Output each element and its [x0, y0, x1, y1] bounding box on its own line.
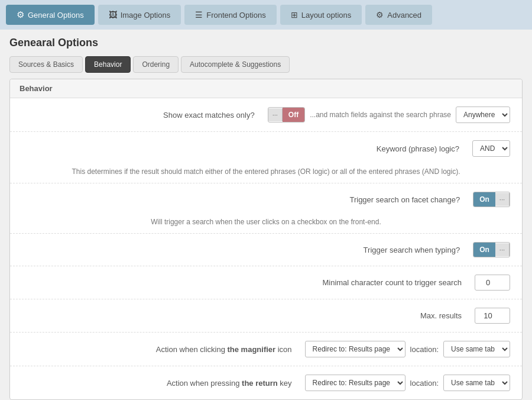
trigger-facet-on[interactable]: On	[473, 192, 495, 207]
magnifier-location-label: location:	[410, 345, 439, 354]
trigger-typing-on[interactable]: On	[473, 243, 495, 257]
max-results-label: Max. results	[22, 311, 469, 320]
layout-icon: ⊞	[291, 10, 298, 20]
return-location-label: location:	[410, 379, 439, 388]
exact-matches-extra: ...and match fields against the search p…	[310, 111, 451, 119]
trigger-facet-desc: Will trigger a search when the user clic…	[10, 215, 522, 234]
trigger-facet-label: Trigger search on facet change?	[22, 195, 467, 204]
row-min-chars: Minimal character count to trigger searc…	[10, 266, 522, 299]
row-magnifier-action: Action when clicking the magnifier icon …	[10, 333, 522, 366]
row-max-results: Max. results	[10, 299, 522, 333]
row-return-action: Action when pressing the return key Redi…	[10, 366, 522, 399]
magnifier-action-label: Action when clicking the magnifier icon	[22, 345, 299, 354]
keyword-logic-desc: This determines if the result should mat…	[10, 165, 522, 183]
min-chars-label: Minimal character count to trigger searc…	[22, 278, 469, 287]
sub-tab-sources[interactable]: Sources & Basics	[9, 56, 83, 73]
tab-layout-label: Layout options	[301, 11, 352, 20]
trigger-facet-row: Trigger search on facet change? On ···	[10, 183, 522, 215]
trigger-facet-dots[interactable]: ···	[495, 193, 510, 206]
trigger-facet-toggle[interactable]: On ···	[473, 192, 510, 207]
return-location-select[interactable]: Use same tab Open new tab	[443, 375, 510, 391]
sub-tab-autocomplete[interactable]: Autocomplete & Suggestions	[181, 56, 290, 73]
row-keyword-logic: Keyword (phrase) logic? AND OR This dete…	[10, 132, 522, 183]
tab-image-label: Image Options	[121, 11, 171, 20]
tab-advanced-label: Advanced	[387, 11, 421, 20]
gear-icon	[17, 9, 24, 20]
magnifier-location-select[interactable]: Use same tab Open new tab	[443, 341, 510, 357]
exact-matches-toggle[interactable]: ··· Off	[268, 107, 306, 122]
advanced-icon: ⚙	[376, 10, 384, 20]
tab-general[interactable]: General Options	[6, 5, 95, 25]
tab-general-label: General Options	[28, 11, 84, 20]
magnifier-action-control: Redirec to: Results page Open inline Ope…	[305, 341, 510, 357]
frontend-icon: ☰	[195, 10, 203, 20]
trigger-typing-toggle[interactable]: On ···	[473, 242, 510, 257]
magnifier-action-select[interactable]: Redirec to: Results page Open inline Ope…	[305, 341, 406, 357]
keyword-logic-control: AND OR	[472, 140, 510, 157]
max-results-control	[475, 308, 510, 324]
return-action-control: Redirec to: Results page Open inline Ope…	[305, 375, 510, 391]
image-icon: 🖼	[109, 10, 117, 20]
tab-image[interactable]: 🖼 Image Options	[98, 5, 181, 25]
section-title: Behavior	[10, 79, 522, 98]
keyword-logic-select[interactable]: AND OR	[472, 140, 510, 157]
min-chars-control	[475, 275, 510, 291]
top-navigation: General Options 🖼 Image Options ☰ Fronte…	[0, 0, 532, 30]
keyword-logic-label: Keyword (phrase) logic?	[22, 144, 466, 153]
sub-tabs: Sources & Basics Behavior Ordering Autoc…	[0, 54, 532, 79]
page-title: Genearal Options	[0, 30, 532, 54]
tab-frontend[interactable]: ☰ Frontend Options	[184, 5, 276, 25]
tab-layout[interactable]: ⊞ Layout options	[280, 5, 362, 25]
max-results-input[interactable]	[475, 308, 510, 324]
tab-advanced[interactable]: ⚙ Advanced	[365, 5, 432, 25]
exact-matches-select[interactable]: Anywhere Beginning End	[456, 107, 510, 123]
return-action-select[interactable]: Redirec to: Results page Open inline Ope…	[305, 375, 406, 391]
content-area: Behavior Show exact matches only? ··· Of…	[9, 79, 523, 400]
exact-matches-control: ··· Off ...and match fields against the …	[268, 107, 510, 123]
sub-tab-ordering[interactable]: Ordering	[133, 56, 179, 73]
row-exact-matches: Show exact matches only? ··· Off ...and …	[10, 98, 522, 132]
trigger-typing-dots[interactable]: ···	[495, 243, 510, 256]
sub-tab-behavior[interactable]: Behavior	[85, 56, 131, 73]
min-chars-input[interactable]	[475, 275, 510, 291]
trigger-typing-control: On ···	[473, 242, 510, 257]
tab-frontend-label: Frontend Options	[206, 11, 265, 20]
trigger-facet-control: On ···	[473, 192, 510, 207]
exact-matches-dots[interactable]: ···	[268, 108, 283, 121]
row-trigger-facet: Trigger search on facet change? On ··· W…	[10, 183, 522, 234]
exact-matches-label: Show exact matches only?	[22, 111, 262, 120]
exact-matches-off[interactable]: Off	[283, 108, 304, 122]
return-action-label: Action when pressing the return key	[22, 379, 299, 388]
keyword-logic-row: Keyword (phrase) logic? AND OR	[10, 132, 522, 165]
row-trigger-typing: Trigger search when typing? On ···	[10, 234, 522, 266]
trigger-typing-label: Trigger search when typing?	[22, 246, 467, 254]
